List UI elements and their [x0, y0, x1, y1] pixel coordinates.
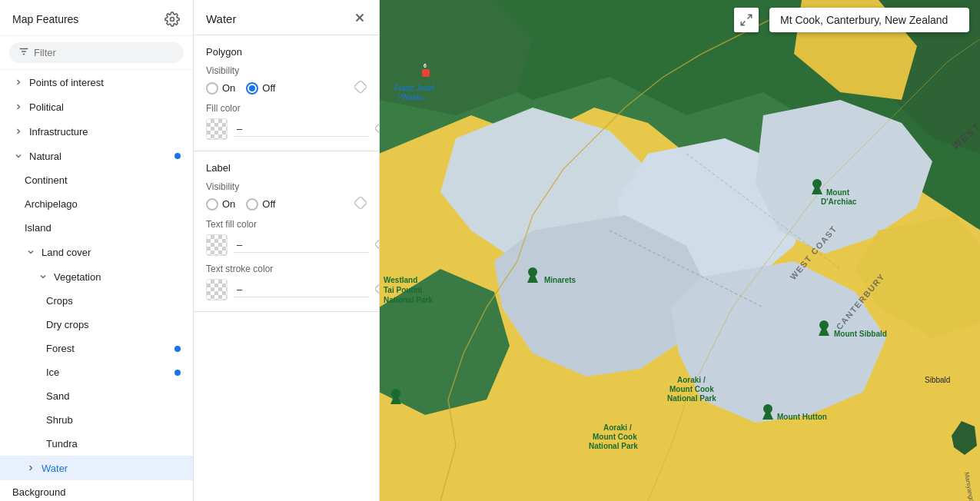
middle-panel-title: Water	[206, 12, 236, 25]
label-diamond-icon[interactable]	[354, 197, 367, 211]
nav-item-political[interactable]: Political	[0, 95, 193, 119]
svg-text:Franz Josef: Franz Josef	[394, 84, 434, 92]
svg-text:Minarets: Minarets	[544, 276, 576, 284]
nav-item-archipelago[interactable]: Archipelago	[0, 192, 193, 216]
filter-input[interactable]	[34, 47, 174, 58]
nav-item-shrub[interactable]: Shrub	[0, 408, 193, 432]
visibility-on-option[interactable]: On	[206, 82, 235, 95]
left-panel: Map Features Points of interest	[0, 0, 194, 501]
svg-point-38	[528, 267, 537, 277]
svg-point-45	[819, 320, 829, 330]
nav-list: Points of interest Political Infrastruct…	[0, 70, 193, 501]
fill-color-row	[206, 118, 367, 140]
chevron-down-icon	[25, 246, 37, 258]
radio-on[interactable]	[206, 82, 218, 95]
text-fill-swatch[interactable]	[206, 234, 228, 256]
label-visibility-label: Visibility	[206, 181, 367, 192]
label-radio-off[interactable]	[246, 198, 258, 211]
chevron-down-icon	[12, 150, 25, 162]
label-radio-on-label: On	[222, 198, 235, 210]
middle-header: Water	[194, 0, 379, 35]
gear-icon[interactable]	[164, 11, 181, 28]
svg-text:/ Waiau: / Waiau	[397, 93, 424, 101]
dot-indicator	[174, 370, 181, 376]
svg-point-55	[391, 389, 400, 398]
visibility-off-option[interactable]: Off	[246, 82, 275, 95]
nav-item-continent[interactable]: Continent	[0, 168, 193, 192]
search-bar: Mt Cook, Canterbury, New Zealand	[769, 8, 969, 32]
svg-text:National Park: National Park	[667, 394, 716, 403]
svg-text:Mount Cook: Mount Cook	[669, 385, 714, 393]
left-panel-title: Map Features	[12, 13, 78, 25]
svg-line-61	[748, 15, 752, 18]
svg-text:Mount Hutton: Mount Hutton	[777, 413, 827, 421]
label-radio-off-label: Off	[262, 198, 275, 210]
map-canvas: WEST COAST CANTERBURY WEST COAST CANTERB…	[380, 0, 980, 501]
label-section: Label Visibility On Off Text fill color	[194, 151, 379, 312]
nav-item-crops[interactable]: Crops	[0, 289, 193, 313]
chevron-right-icon	[12, 125, 25, 138]
close-icon[interactable]	[353, 11, 367, 27]
nav-item-background[interactable]: Background	[0, 480, 193, 501]
text-fill-input[interactable]	[234, 237, 369, 253]
svg-text:National Park: National Park	[589, 442, 638, 450]
radio-off-label: Off	[262, 82, 275, 94]
nav-item-infrastructure[interactable]: Infrastructure	[0, 119, 193, 144]
filter-icon	[18, 46, 29, 59]
fullscreen-button[interactable]	[734, 8, 759, 32]
svg-text:Aoraki /: Aoraki /	[677, 376, 706, 384]
filter-input-wrap	[9, 42, 184, 63]
svg-point-41	[812, 179, 822, 188]
label-section-title: Label	[206, 162, 367, 174]
text-fill-label: Text fill color	[206, 219, 367, 230]
radio-on-label: On	[222, 82, 235, 94]
filter-bar	[0, 36, 193, 70]
svg-point-0	[171, 18, 174, 22]
nav-item-forest[interactable]: Forest	[0, 337, 193, 360]
label-radio-on[interactable]	[206, 198, 218, 211]
text-stroke-color-row	[206, 279, 367, 300]
map-area: WEST COAST CANTERBURY WEST COAST CANTERB…	[380, 0, 980, 501]
svg-text:National Park: National Park	[384, 296, 433, 304]
svg-text:Mount Cook: Mount Cook	[593, 433, 637, 441]
nav-item-island[interactable]: Island	[0, 216, 193, 240]
svg-text:6: 6	[424, 63, 427, 68]
svg-point-52	[763, 404, 772, 413]
svg-text:Westland: Westland	[384, 276, 417, 284]
label-visibility-off-option[interactable]: Off	[246, 198, 275, 211]
svg-rect-8	[354, 197, 367, 209]
svg-line-62	[741, 22, 745, 25]
nav-item-dry-crops[interactable]: Dry crops	[0, 313, 193, 337]
radio-off[interactable]	[246, 82, 258, 95]
nav-item-land-cover[interactable]: Land cover	[0, 240, 193, 264]
polygon-section: Polygon Visibility On Off Fill color	[194, 35, 379, 151]
left-panel-header: Map Features	[0, 0, 193, 36]
nav-item-sand[interactable]: Sand	[0, 384, 193, 408]
text-stroke-input[interactable]	[234, 282, 369, 297]
nav-item-tundra[interactable]: Tundra	[0, 432, 193, 456]
fill-color-label: Fill color	[206, 103, 367, 114]
svg-text:Tai Poutini: Tai Poutini	[384, 286, 423, 294]
polygon-section-title: Polygon	[206, 46, 367, 58]
diamond-icon[interactable]	[354, 81, 367, 95]
visibility-label: Visibility	[206, 65, 367, 76]
svg-text:Aoraki /: Aoraki /	[603, 423, 632, 432]
middle-panel: Water Polygon Visibility On Off Fill	[194, 0, 380, 501]
svg-text:Sibbald: Sibbald	[925, 376, 950, 384]
svg-rect-30	[422, 69, 430, 77]
svg-text:D'Archiac: D'Archiac	[821, 197, 857, 206]
nav-item-poi[interactable]: Points of interest	[0, 70, 193, 95]
label-visibility-on-option[interactable]: On	[206, 198, 235, 211]
text-stroke-swatch[interactable]	[206, 279, 228, 300]
nav-item-vegetation[interactable]: Vegetation	[0, 264, 193, 289]
fill-color-swatch[interactable]	[206, 118, 228, 140]
label-visibility-row: On Off	[206, 198, 275, 211]
dot-indicator	[174, 346, 181, 352]
svg-text:Mount Sibbald: Mount Sibbald	[834, 330, 887, 338]
svg-rect-6	[354, 81, 367, 93]
nav-item-water[interactable]: Water	[0, 456, 193, 480]
text-stroke-label: Text stroke color	[206, 264, 367, 274]
nav-item-ice[interactable]: Ice	[0, 360, 193, 384]
nav-item-natural[interactable]: Natural	[0, 144, 193, 168]
fill-color-input[interactable]	[234, 121, 369, 137]
